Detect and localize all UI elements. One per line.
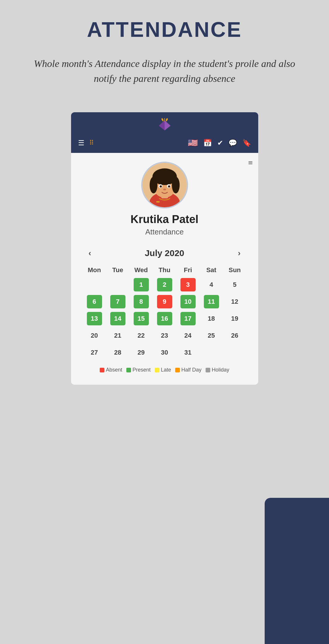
day-6[interactable]: 6 [83, 293, 106, 310]
legend-label-halfday: Half Day [181, 367, 201, 373]
page-subtitle: Whole month's Attendance display in the … [0, 47, 329, 95]
day-3[interactable]: 3 [176, 276, 200, 293]
day-2[interactable]: 2 [153, 276, 176, 293]
day-4: 4 [200, 276, 223, 293]
day-empty-1 [83, 276, 106, 293]
legend-label-late: Late [161, 367, 171, 373]
navbar-logo [156, 118, 173, 133]
day-19: 19 [223, 310, 247, 327]
calendar-week-3: 13 14 15 16 17 18 19 [83, 310, 247, 327]
day-30: 30 [153, 344, 176, 361]
day-20: 20 [83, 327, 106, 344]
legend-dot-holiday [206, 368, 210, 372]
legend-absent: Absent [100, 367, 122, 373]
day-1[interactable]: 1 [130, 276, 153, 293]
calendar-week-4: 20 21 22 23 24 25 26 [83, 327, 247, 344]
app-navbar: ☰ ⠿ 🇺🇸 📅 ✔ 💬 🔖 [71, 112, 258, 153]
day-12: 12 [223, 293, 247, 310]
legend-holiday: Holiday [206, 367, 229, 373]
day-17[interactable]: 17 [176, 310, 200, 327]
weekday-thu: Thu [153, 264, 176, 276]
day-5: 5 [223, 276, 247, 293]
page-title: ATTENDANCE [0, 0, 329, 47]
calendar-table: Mon Tue Wed Thu Fri Sat Sun 1 [83, 264, 247, 361]
day-empty-2 [106, 276, 130, 293]
app-content-panel: ≡ [71, 153, 258, 385]
calendar-header: ‹ July 2020 › [83, 248, 247, 258]
day-21: 21 [106, 327, 130, 344]
day-8[interactable]: 8 [130, 293, 153, 310]
svg-point-12 [163, 189, 166, 190]
grid-icon[interactable]: ⠿ [89, 139, 94, 147]
next-month-button[interactable]: › [238, 248, 240, 258]
legend-label-present: Present [132, 367, 151, 373]
calendar-week-5: 27 28 29 30 31 [83, 344, 247, 361]
day-11[interactable]: 11 [200, 293, 223, 310]
content-menu-icon[interactable]: ≡ [248, 158, 253, 168]
weekday-tue: Tue [106, 264, 130, 276]
day-31: 31 [176, 344, 200, 361]
svg-point-7 [172, 177, 180, 194]
student-profile: Krutika Patel Attendance [80, 162, 249, 242]
legend-dot-late [155, 368, 159, 372]
day-27: 27 [83, 344, 106, 361]
legend-dot-present [126, 368, 131, 372]
day-empty-end-2 [223, 344, 247, 361]
calendar-legend: Absent Present Late Half Day Holiday [83, 367, 247, 373]
day-10[interactable]: 10 [176, 293, 200, 310]
check-icon[interactable]: ✔ [217, 139, 223, 147]
prev-month-button[interactable]: ‹ [89, 248, 91, 258]
bookmark-icon[interactable]: 🔖 [242, 139, 251, 147]
svg-point-6 [149, 177, 157, 194]
legend-dot-halfday [175, 368, 180, 372]
day-24: 24 [176, 327, 200, 344]
legend-halfday: Half Day [175, 367, 201, 373]
svg-point-11 [168, 185, 170, 188]
flag-icon[interactable]: 🇺🇸 [188, 138, 198, 148]
legend-dot-absent [100, 368, 104, 372]
weekday-fri: Fri [176, 264, 200, 276]
legend-late: Late [155, 367, 171, 373]
day-empty-end-1 [200, 344, 223, 361]
whatsapp-icon[interactable]: 💬 [228, 139, 237, 147]
navbar-right-icons: 🇺🇸 📅 ✔ 💬 🔖 [188, 138, 251, 148]
weekday-mon: Mon [83, 264, 106, 276]
svg-rect-13 [156, 201, 159, 203]
weekday-header-row: Mon Tue Wed Thu Fri Sat Sun [83, 264, 247, 276]
menu-icon[interactable]: ☰ [78, 139, 85, 147]
weekday-wed: Wed [130, 264, 153, 276]
background-shape [265, 498, 329, 644]
day-14[interactable]: 14 [106, 310, 130, 327]
svg-point-10 [159, 185, 162, 188]
calendar-week-2: 6 7 8 9 10 11 12 [83, 293, 247, 310]
day-26: 26 [223, 327, 247, 344]
weekday-sun: Sun [223, 264, 247, 276]
calendar-nav-icon[interactable]: 📅 [203, 139, 212, 147]
legend-label-holiday: Holiday [212, 367, 229, 373]
day-9[interactable]: 9 [153, 293, 176, 310]
day-29: 29 [130, 344, 153, 361]
legend-label-absent: Absent [106, 367, 122, 373]
calendar-week-1: 1 2 3 4 5 [83, 276, 247, 293]
day-25: 25 [200, 327, 223, 344]
app-mockup: ☰ ⠿ 🇺🇸 📅 ✔ 💬 🔖 ≡ [71, 112, 258, 385]
day-16[interactable]: 16 [153, 310, 176, 327]
weekday-sat: Sat [200, 264, 223, 276]
day-15[interactable]: 15 [130, 310, 153, 327]
month-title: July 2020 [145, 248, 184, 258]
day-13[interactable]: 13 [83, 310, 106, 327]
day-22: 22 [130, 327, 153, 344]
student-name: Krutika Patel [130, 213, 198, 226]
day-7[interactable]: 7 [106, 293, 130, 310]
calendar-section: ‹ July 2020 › Mon Tue Wed Thu Fri Sat Su… [80, 248, 249, 373]
student-avatar-ring [141, 162, 188, 208]
day-28: 28 [106, 344, 130, 361]
navbar-icons-row: ☰ ⠿ 🇺🇸 📅 ✔ 💬 🔖 [78, 138, 251, 148]
student-attendance-label: Attendance [145, 227, 184, 236]
day-23: 23 [153, 327, 176, 344]
day-18: 18 [200, 310, 223, 327]
legend-present: Present [126, 367, 151, 373]
navbar-left-icons: ☰ ⠿ [78, 139, 94, 147]
